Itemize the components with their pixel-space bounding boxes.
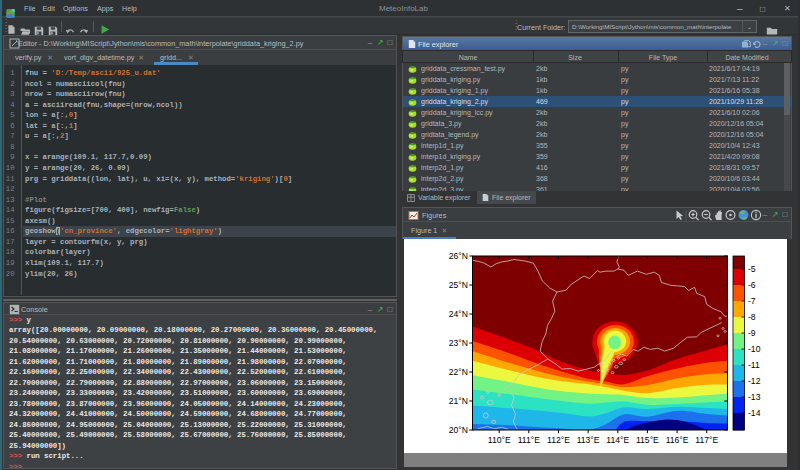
svg-text:110°E: 110°E bbox=[488, 435, 511, 445]
svg-text:-11: -11 bbox=[748, 360, 760, 370]
svg-text:-8: -8 bbox=[748, 312, 756, 322]
svg-text:114°E: 114°E bbox=[606, 435, 629, 445]
svg-text:22°N: 22°N bbox=[449, 367, 468, 377]
svg-text:-7: -7 bbox=[748, 296, 756, 306]
svg-text:21°N: 21°N bbox=[449, 396, 468, 406]
svg-text:-9: -9 bbox=[748, 328, 756, 338]
svg-text:116°E: 116°E bbox=[666, 435, 689, 445]
svg-text:117°E: 117°E bbox=[695, 435, 718, 445]
svg-text:112°E: 112°E bbox=[547, 435, 570, 445]
svg-text:-13: -13 bbox=[748, 392, 761, 402]
svg-text:20°N: 20°N bbox=[449, 425, 468, 435]
svg-text:25°N: 25°N bbox=[449, 280, 468, 290]
svg-text:113°E: 113°E bbox=[577, 435, 600, 445]
svg-text:26°N: 26°N bbox=[449, 251, 468, 261]
svg-text:-12: -12 bbox=[748, 376, 761, 386]
svg-text:111°E: 111°E bbox=[518, 435, 540, 445]
svg-text:-14: -14 bbox=[748, 408, 761, 418]
svg-text:24°N: 24°N bbox=[449, 309, 468, 319]
svg-text:115°E: 115°E bbox=[636, 435, 659, 445]
svg-text:-10: -10 bbox=[748, 344, 761, 354]
svg-text:23°N: 23°N bbox=[449, 338, 468, 348]
svg-text:-6: -6 bbox=[748, 280, 756, 290]
svg-text:-5: -5 bbox=[748, 264, 756, 274]
